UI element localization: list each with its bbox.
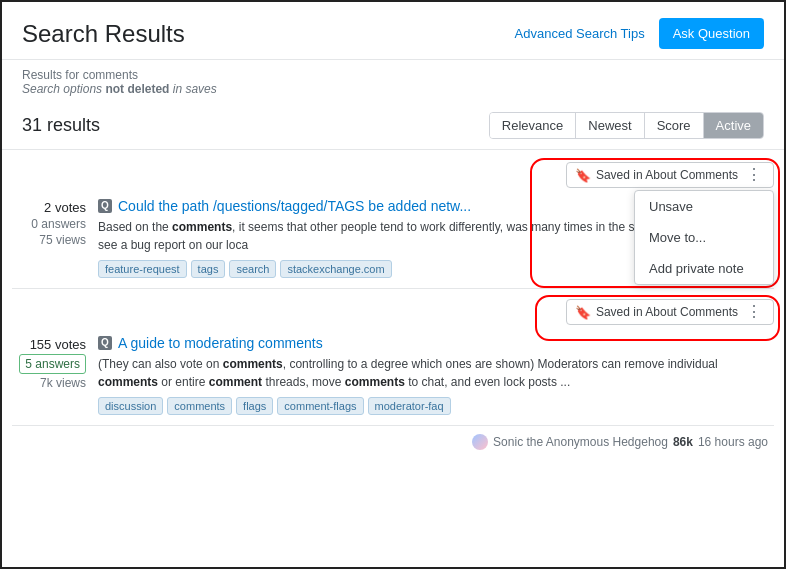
result-item-2: 155 votes 5 answers 7k views Q A guide t… bbox=[12, 325, 774, 426]
answers-1: 0 answers bbox=[31, 217, 86, 231]
bookmark-icon-1: 🔖 bbox=[575, 168, 591, 183]
tag-comments[interactable]: comments bbox=[167, 397, 232, 415]
tag-flags[interactable]: flags bbox=[236, 397, 273, 415]
tag-moderator-faq[interactable]: moderator-faq bbox=[368, 397, 451, 415]
question-icon-1: Q bbox=[98, 199, 112, 213]
three-dots-button-1[interactable]: ⋮ bbox=[743, 167, 765, 183]
results-for-line: Results for comments bbox=[22, 68, 764, 82]
result-title-1: Could the path /questions/tagged/TAGS be… bbox=[118, 198, 471, 214]
header-right: Advanced Search Tips Ask Question bbox=[515, 18, 764, 49]
sort-tab-active[interactable]: Active bbox=[704, 113, 763, 138]
divider bbox=[2, 149, 784, 150]
saved-banner-wrapper-1: 🔖 Saved in About Comments ⋮ Unsave Move … bbox=[12, 162, 774, 188]
sort-tab-relevance[interactable]: Relevance bbox=[490, 113, 576, 138]
dropdown-move-1[interactable]: Move to... bbox=[635, 222, 773, 253]
user-name: Sonic the Anonymous Hedgehog bbox=[493, 435, 668, 449]
tags-row-2: discussion comments flags comment-flags … bbox=[98, 397, 770, 415]
footer-user: Sonic the Anonymous Hedgehog 86k 16 hour… bbox=[2, 426, 784, 458]
sort-tabs: Relevance Newest Score Active bbox=[489, 112, 764, 139]
dropdown-unsave-1[interactable]: Unsave bbox=[635, 191, 773, 222]
result-stats-1: 2 votes 0 answers 75 views bbox=[16, 198, 86, 278]
results-header: 31 results Relevance Newest Score Active bbox=[2, 102, 784, 149]
results-count: 31 results bbox=[22, 115, 100, 136]
result-main-2: Q A guide to moderating comments (They c… bbox=[98, 335, 770, 415]
search-options-line: Search options not deleted in saves bbox=[22, 82, 764, 96]
result-title-link-2[interactable]: A guide to moderating comments bbox=[118, 335, 323, 351]
sort-tab-newest[interactable]: Newest bbox=[576, 113, 644, 138]
question-icon-2: Q bbox=[98, 336, 112, 350]
views-2: 7k views bbox=[40, 376, 86, 390]
votes-2: 155 votes bbox=[30, 337, 86, 352]
results-area: 🔖 Saved in About Comments ⋮ Unsave Move … bbox=[2, 162, 784, 426]
tag-search[interactable]: search bbox=[229, 260, 276, 278]
tag-tags[interactable]: tags bbox=[191, 260, 226, 278]
dropdown-popup-1: Unsave Move to... Add private note bbox=[634, 190, 774, 285]
advanced-search-link[interactable]: Advanced Search Tips bbox=[515, 26, 645, 41]
tag-feature-request[interactable]: feature-request bbox=[98, 260, 187, 278]
result-block-2: 🔖 Saved in About Comments ⋮ 155 votes 5 … bbox=[12, 299, 774, 426]
saved-label-2: Saved in About Comments bbox=[596, 305, 738, 319]
page-title: Search Results bbox=[22, 20, 185, 48]
tag-discussion[interactable]: discussion bbox=[98, 397, 163, 415]
page-header: Search Results Advanced Search Tips Ask … bbox=[2, 2, 784, 60]
result-title-2: A guide to moderating comments bbox=[118, 335, 323, 351]
result-title-row-2: Q A guide to moderating comments bbox=[98, 335, 770, 351]
post-time: 16 hours ago bbox=[698, 435, 768, 449]
views-1: 75 views bbox=[39, 233, 86, 247]
three-dots-button-2[interactable]: ⋮ bbox=[743, 304, 765, 320]
dropdown-private-note-1[interactable]: Add private note bbox=[635, 253, 773, 284]
user-avatar bbox=[472, 434, 488, 450]
votes-1: 2 votes bbox=[44, 200, 86, 215]
sort-tab-score[interactable]: Score bbox=[645, 113, 704, 138]
tag-comment-flags[interactable]: comment-flags bbox=[277, 397, 363, 415]
saved-label-1: Saved in About Comments bbox=[596, 168, 738, 182]
result-excerpt-2: (They can also vote on comments, control… bbox=[98, 355, 770, 391]
bookmark-icon-2: 🔖 bbox=[575, 305, 591, 320]
result-stats-2: 155 votes 5 answers 7k views bbox=[16, 335, 86, 415]
ask-question-button[interactable]: Ask Question bbox=[659, 18, 764, 49]
user-rep: 86k bbox=[673, 435, 693, 449]
saved-banner-1: 🔖 Saved in About Comments ⋮ bbox=[566, 162, 774, 188]
saved-banner-wrapper-2: 🔖 Saved in About Comments ⋮ bbox=[12, 299, 774, 325]
result-block-1: 🔖 Saved in About Comments ⋮ Unsave Move … bbox=[12, 162, 774, 289]
search-meta: Results for comments Search options not … bbox=[2, 60, 784, 102]
saved-banner-2: 🔖 Saved in About Comments ⋮ bbox=[566, 299, 774, 325]
result-title-link-1[interactable]: Could the path /questions/tagged/TAGS be… bbox=[118, 198, 471, 214]
tag-stackexchange[interactable]: stackexchange.com bbox=[280, 260, 391, 278]
answers-2: 5 answers bbox=[19, 354, 86, 374]
